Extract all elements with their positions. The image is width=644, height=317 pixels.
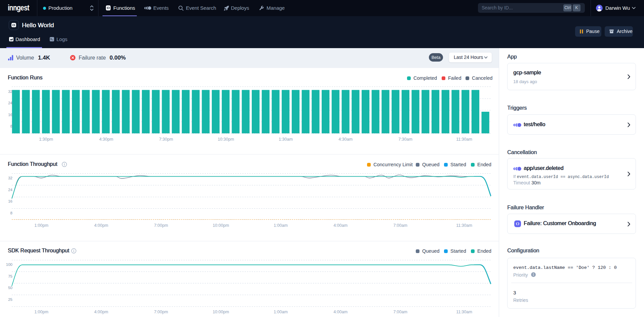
svg-text:24: 24 xyxy=(8,188,12,192)
svg-text:11:30am: 11:30am xyxy=(456,223,472,228)
svg-text:4:00pm: 4:00pm xyxy=(94,223,108,228)
svg-text:16: 16 xyxy=(8,199,12,203)
svg-text:8: 8 xyxy=(10,211,12,215)
svg-text:24: 24 xyxy=(8,101,12,105)
svg-text:10:00pm: 10:00pm xyxy=(213,223,229,228)
svg-text:7:30am: 7:30am xyxy=(398,137,412,142)
svg-text:100: 100 xyxy=(6,262,12,267)
svg-text:4:00am: 4:00am xyxy=(333,223,348,228)
svg-text:8: 8 xyxy=(10,124,12,128)
svg-text:4:00pm: 4:00pm xyxy=(94,310,108,314)
svg-text:50: 50 xyxy=(8,286,12,290)
svg-text:4:30pm: 4:30pm xyxy=(99,137,113,142)
svg-text:7:00pm: 7:00pm xyxy=(154,223,168,228)
svg-text:1:00pm: 1:00pm xyxy=(34,223,48,228)
svg-text:4:30am: 4:30am xyxy=(338,137,353,142)
svg-text:1:00am: 1:00am xyxy=(274,310,288,314)
svg-text:16: 16 xyxy=(8,113,12,117)
svg-text:25: 25 xyxy=(8,297,12,302)
svg-text:32: 32 xyxy=(8,176,12,180)
svg-text:7:00am: 7:00am xyxy=(393,310,407,314)
svg-text:10:30pm: 10:30pm xyxy=(218,137,234,142)
svg-text:1:00pm: 1:00pm xyxy=(34,310,48,314)
svg-text:11:30am: 11:30am xyxy=(456,137,472,142)
svg-text:1:30pm: 1:30pm xyxy=(39,137,53,142)
svg-text:1:00am: 1:00am xyxy=(274,223,288,228)
svg-text:75: 75 xyxy=(8,274,12,278)
svg-text:7:30pm: 7:30pm xyxy=(159,137,173,142)
svg-text:4:00am: 4:00am xyxy=(333,310,348,314)
svg-text:7:00am: 7:00am xyxy=(393,223,407,228)
svg-text:10:00pm: 10:00pm xyxy=(213,310,229,314)
svg-text:1:30am: 1:30am xyxy=(279,137,293,142)
svg-text:32: 32 xyxy=(8,90,12,94)
svg-text:11:30am: 11:30am xyxy=(456,310,472,314)
svg-text:7:00pm: 7:00pm xyxy=(154,310,168,314)
